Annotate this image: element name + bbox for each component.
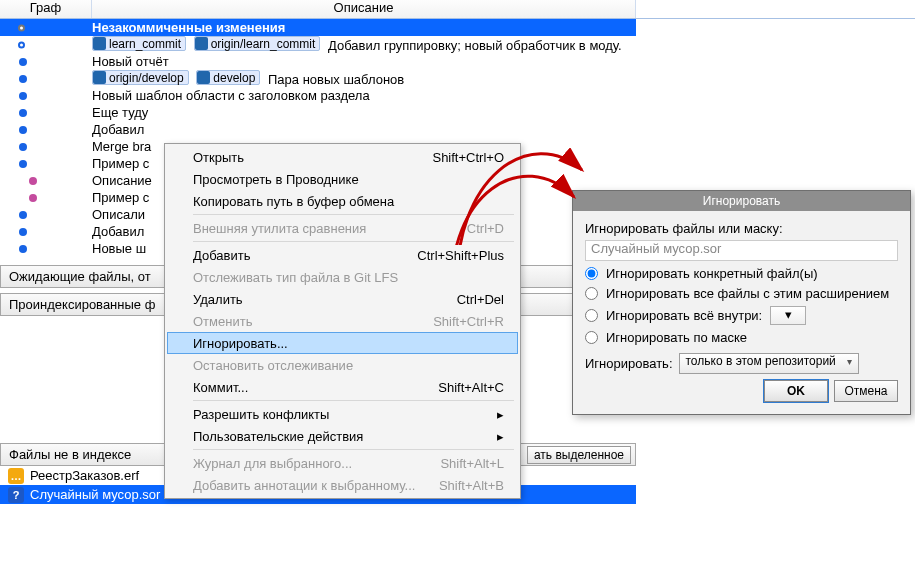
opt-label: Игнорировать всё внутри:: [606, 308, 762, 323]
commit-row[interactable]: Еще туду: [0, 104, 636, 121]
submenu-arrow-icon: ▸: [497, 407, 504, 422]
menu-separator: [193, 449, 514, 450]
menu-shortcut: Shift+Alt+L: [440, 456, 504, 471]
opt-mask[interactable]: [585, 331, 598, 344]
menu-item[interactable]: Копировать путь в буфер обмена: [167, 190, 518, 212]
cancel-button[interactable]: Отмена: [834, 380, 898, 402]
menu-separator: [193, 214, 514, 215]
menu-item-label: Удалить: [193, 292, 243, 307]
opt-label: Игнорировать все файлы с этим расширение…: [606, 286, 889, 301]
commit-row[interactable]: learn_commit origin/learn_commit Добавил…: [0, 36, 636, 53]
grid-header: Граф Описание: [0, 0, 915, 19]
menu-item-label: Просмотреть в Проводнике: [193, 172, 359, 187]
menu-shortcut: Ctrl+Shift+Plus: [417, 248, 504, 263]
menu-separator: [193, 400, 514, 401]
menu-item-label: Разрешить конфликты: [193, 407, 329, 422]
ok-button[interactable]: OK: [764, 380, 828, 402]
branch-tag[interactable]: origin/develop: [92, 70, 189, 85]
git-icon: [93, 37, 106, 50]
menu-item-label: Отслеживать тип файла в Git LFS: [193, 270, 398, 285]
commit-row-uncommitted[interactable]: Незакоммиченные изменения: [0, 19, 636, 36]
menu-item[interactable]: ДобавитьCtrl+Shift+Plus: [167, 244, 518, 266]
mask-input[interactable]: Случайный мусор.sor: [585, 240, 898, 261]
menu-item[interactable]: Коммит...Shift+Alt+C: [167, 376, 518, 398]
menu-shortcut: Shift+Alt+B: [439, 478, 504, 493]
menu-shortcut: Shift+Alt+C: [438, 380, 504, 395]
menu-item: Внешняя утилита сравненияCtrl+D: [167, 217, 518, 239]
menu-item: Добавить аннотации к выбранному...Shift+…: [167, 474, 518, 496]
dialog-title: Игнорировать: [573, 191, 910, 211]
git-icon: [195, 37, 208, 50]
menu-item-label: Отменить: [193, 314, 252, 329]
col-desc[interactable]: Описание: [92, 0, 636, 18]
dialog-prompt: Игнорировать файлы или маску:: [585, 221, 898, 236]
branch-tag[interactable]: learn_commit: [92, 36, 186, 51]
menu-shortcut: Shift+Ctrl+O: [432, 150, 504, 165]
menu-item-label: Журнал для выбранного...: [193, 456, 352, 471]
menu-item-label: Коммит...: [193, 380, 248, 395]
menu-item[interactable]: Игнорировать...: [167, 332, 518, 354]
opt-label: Игнорировать по маске: [606, 330, 747, 345]
commit-row[interactable]: Новый отчёт: [0, 53, 636, 70]
opt-extension[interactable]: [585, 287, 598, 300]
menu-item-label: Добавить: [193, 248, 250, 263]
commit-row[interactable]: Новый шаблон области с заголовком раздел…: [0, 87, 636, 104]
menu-item[interactable]: ОткрытьShift+Ctrl+O: [167, 146, 518, 168]
menu-item-label: Остановить отслеживание: [193, 358, 353, 373]
file-name: Случайный мусор.sor: [30, 487, 160, 502]
commit-row[interactable]: origin/develop develop Пара новых шаблон…: [0, 70, 636, 87]
file-status-icon: ?: [8, 487, 24, 503]
menu-shortcut: Ctrl+Del: [457, 292, 504, 307]
menu-item[interactable]: УдалитьCtrl+Del: [167, 288, 518, 310]
unstaged-button[interactable]: ать выделенное: [527, 446, 631, 464]
opt-specific-file[interactable]: [585, 267, 598, 280]
menu-item-label: Открыть: [193, 150, 244, 165]
menu-item: ОтменитьShift+Ctrl+R: [167, 310, 518, 332]
scope-label: Игнорировать:: [585, 356, 673, 371]
opt-inside[interactable]: [585, 309, 598, 322]
menu-item-label: Пользовательские действия: [193, 429, 363, 444]
menu-shortcut: Shift+Ctrl+R: [433, 314, 504, 329]
branch-tag[interactable]: develop: [196, 70, 260, 85]
menu-item: Отслеживать тип файла в Git LFS: [167, 266, 518, 288]
unstaged-label: Файлы не в индексе: [9, 447, 131, 462]
git-icon: [93, 71, 106, 84]
indexed-label: Проиндексированные ф: [9, 297, 155, 312]
menu-separator: [193, 241, 514, 242]
menu-item[interactable]: Пользовательские действия▸: [167, 425, 518, 447]
menu-item: Журнал для выбранного...Shift+Alt+L: [167, 452, 518, 474]
menu-item[interactable]: Разрешить конфликты▸: [167, 403, 518, 425]
folder-dropdown[interactable]: ▾: [770, 306, 806, 325]
submenu-arrow-icon: ▸: [497, 429, 504, 444]
git-icon: [197, 71, 210, 84]
ignore-dialog: Игнорировать Игнорировать файлы или маск…: [572, 190, 911, 415]
context-menu: ОткрытьShift+Ctrl+OПросмотреть в Проводн…: [164, 143, 521, 499]
col-graph[interactable]: Граф: [0, 0, 92, 18]
opt-label: Игнорировать конкретный файл(ы): [606, 266, 818, 281]
commit-row[interactable]: Добавил: [0, 121, 636, 138]
menu-item-label: Добавить аннотации к выбранному...: [193, 478, 415, 493]
menu-item-label: Игнорировать...: [193, 336, 288, 351]
menu-item[interactable]: Просмотреть в Проводнике: [167, 168, 518, 190]
menu-item: Остановить отслеживание: [167, 354, 518, 376]
file-name: РеестрЗаказов.erf: [30, 468, 139, 483]
menu-item-label: Копировать путь в буфер обмена: [193, 194, 394, 209]
scope-dropdown[interactable]: только в этом репозиторий: [679, 353, 859, 374]
file-status-icon: …: [8, 468, 24, 484]
menu-item-label: Внешняя утилита сравнения: [193, 221, 366, 236]
menu-shortcut: Ctrl+D: [467, 221, 504, 236]
branch-tag[interactable]: origin/learn_commit: [194, 36, 321, 51]
